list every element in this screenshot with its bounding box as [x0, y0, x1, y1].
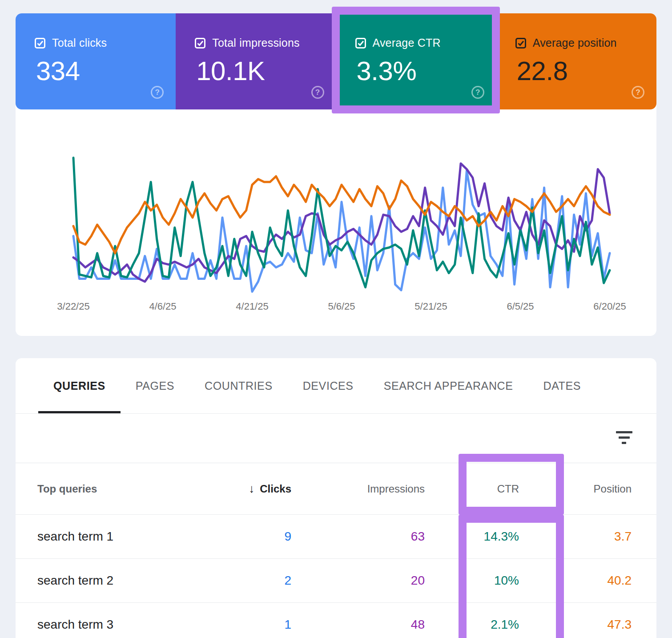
performance-chart[interactable]: 3/22/254/6/254/21/255/6/255/21/256/5/256…: [16, 109, 656, 336]
metric-card-value: 22.8: [517, 58, 568, 85]
table-row[interactable]: search term 196314.3%3.7: [16, 515, 656, 559]
metric-card-average-ctr[interactable]: Average CTR3.3%?: [336, 13, 496, 109]
metric-card-head: Total impressions: [195, 36, 300, 49]
x-axis-tick-label: 5/6/25: [328, 301, 355, 312]
position-cell: 3.7: [519, 529, 632, 544]
x-axis-tick-label: 5/21/25: [414, 301, 447, 312]
filter-row: [16, 414, 656, 463]
table-header-row: Top queries ↓Clicks Impressions CTR Posi…: [16, 463, 656, 515]
ctr-cell: 14.3%: [425, 529, 519, 544]
position-cell: 47.3: [519, 618, 632, 632]
queries-table: Top queries ↓Clicks Impressions CTR Posi…: [16, 463, 656, 638]
metric-card-head: Average CTR: [355, 36, 441, 49]
metric-card-label: Average CTR: [373, 36, 441, 49]
metric-card-head: Total clicks: [35, 36, 107, 49]
metric-card-total-clicks[interactable]: Total clicks334?: [16, 13, 176, 109]
clicks-cell: 1: [216, 618, 291, 632]
metric-card-label: Total clicks: [52, 36, 107, 49]
tab-countries[interactable]: COUNTRIES: [189, 358, 288, 413]
column-header-impressions[interactable]: Impressions: [291, 483, 425, 495]
metric-card-average-position[interactable]: Average position22.8?: [496, 13, 656, 109]
metric-card-value: 334: [36, 58, 80, 85]
metric-card-head: Average position: [515, 36, 617, 49]
x-axis-tick-label: 6/20/25: [593, 301, 626, 312]
ctr-cell: 10%: [425, 573, 519, 588]
report-panel: QUERIESPAGESCOUNTRIESDEVICESSEARCH APPEA…: [16, 358, 656, 638]
tab-queries[interactable]: QUERIES: [38, 358, 121, 413]
checked-checkbox-icon[interactable]: [515, 38, 526, 48]
column-header-position[interactable]: Position: [519, 483, 632, 495]
x-axis-tick-label: 4/21/25: [236, 301, 268, 312]
checked-checkbox-icon[interactable]: [355, 38, 366, 48]
tab-dates[interactable]: DATES: [528, 358, 596, 413]
clicks-cell: 9: [216, 529, 291, 544]
filter-icon[interactable]: [614, 427, 634, 448]
performance-panel: Total clicks334?Total impressions10.1K?A…: [16, 13, 656, 336]
metric-cards-row: Total clicks334?Total impressions10.1K?A…: [16, 13, 656, 109]
x-axis-tick-label: 3/22/25: [57, 301, 89, 312]
clicks-cell: 2: [216, 573, 291, 588]
table-row[interactable]: search term 222010%40.2: [16, 559, 656, 603]
help-icon[interactable]: ?: [151, 86, 164, 99]
column-header-top-queries[interactable]: Top queries: [37, 483, 216, 495]
tab-pages[interactable]: PAGES: [121, 358, 189, 413]
query-cell[interactable]: search term 2: [37, 573, 216, 588]
metric-card-label: Average position: [533, 36, 617, 49]
query-cell[interactable]: search term 3: [37, 618, 216, 632]
tabs-row: QUERIESPAGESCOUNTRIESDEVICESSEARCH APPEA…: [16, 358, 656, 414]
metric-card-value: 3.3%: [357, 58, 417, 85]
help-icon[interactable]: ?: [311, 86, 324, 99]
impressions-cell: 63: [291, 529, 425, 544]
tab-devices[interactable]: DEVICES: [288, 358, 369, 413]
table-row[interactable]: search term 31482.1%47.3: [16, 603, 656, 638]
impressions-cell: 48: [291, 618, 425, 632]
column-header-clicks[interactable]: ↓Clicks: [216, 482, 291, 496]
x-axis-tick-label: 6/5/25: [507, 301, 534, 312]
sort-desc-icon: ↓: [249, 482, 254, 495]
metric-card-label: Total impressions: [212, 36, 300, 49]
x-axis-tick-label: 4/6/25: [149, 301, 176, 312]
help-icon[interactable]: ?: [632, 86, 644, 99]
position-cell: 40.2: [519, 573, 632, 588]
query-cell[interactable]: search term 1: [37, 529, 216, 544]
chart-lines[interactable]: [16, 109, 656, 314]
metric-card-value: 10.1K: [196, 58, 265, 85]
ctr-cell: 2.1%: [425, 618, 519, 632]
checked-checkbox-icon[interactable]: [35, 38, 45, 48]
tab-search-appearance[interactable]: SEARCH APPEARANCE: [369, 358, 528, 413]
table-body: search term 196314.3%3.7search term 2220…: [16, 515, 656, 638]
metric-card-total-impressions[interactable]: Total impressions10.1K?: [176, 13, 336, 109]
column-header-ctr[interactable]: CTR: [425, 483, 519, 495]
checked-checkbox-icon[interactable]: [195, 38, 205, 48]
help-icon[interactable]: ?: [471, 86, 484, 99]
impressions-cell: 20: [291, 573, 425, 588]
